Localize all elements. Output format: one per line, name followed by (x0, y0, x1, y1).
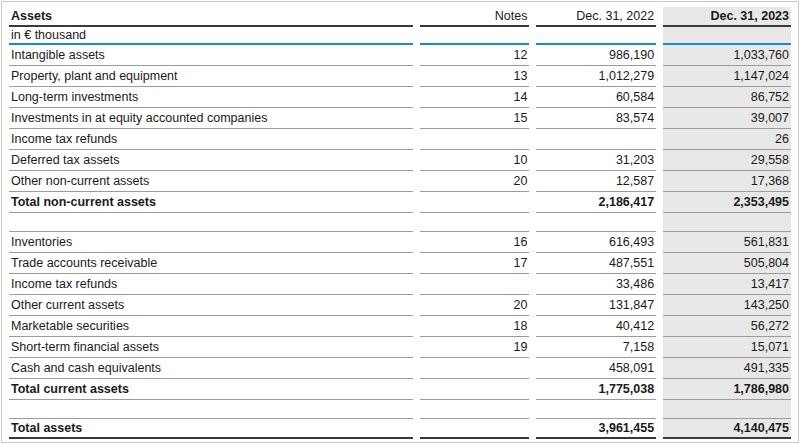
value-2022-cell: 131,847 (536, 295, 656, 316)
note-cell: 12 (420, 45, 530, 66)
spacer-row (9, 400, 791, 419)
table-row: Short-term financial assets197,15815,071 (9, 337, 791, 358)
value-2022-cell (536, 129, 656, 150)
row-label (9, 213, 413, 232)
value-2022-cell (536, 400, 656, 419)
note-cell (420, 192, 530, 213)
table-row: Total non-current assets2,186,4172,353,4… (9, 192, 791, 213)
row-label: Trade accounts receivable (9, 253, 413, 274)
note-cell (420, 129, 530, 150)
table-row: Cash and cash equivalents458,091491,335 (9, 358, 791, 379)
row-label: Income tax refunds (9, 129, 413, 150)
value-2022-cell: 83,574 (536, 108, 656, 129)
value-2023-cell: 26 (663, 129, 791, 150)
note-cell: 10 (420, 150, 530, 171)
value-2023-cell: 4,140,475 (663, 419, 791, 439)
value-2022-cell: 31,203 (536, 150, 656, 171)
column-header-dec-31-2022: Dec. 31, 2022 (536, 7, 656, 27)
row-label: Other current assets (9, 295, 413, 316)
value-2023-cell: 56,272 (663, 316, 791, 337)
value-2023-cell: 13,417 (663, 274, 791, 295)
row-label: Other non-current assets (9, 171, 413, 192)
note-cell: 16 (420, 232, 530, 253)
note-cell (420, 274, 530, 295)
row-label: Total non-current assets (9, 192, 413, 213)
row-label: Income tax refunds (9, 274, 413, 295)
value-2023-cell: 1,147,024 (663, 66, 791, 87)
unit-row-notes-cell (420, 27, 530, 45)
value-2023-cell: 561,831 (663, 232, 791, 253)
column-header-assets: Assets (9, 7, 413, 27)
note-cell: 13 (420, 66, 530, 87)
value-2022-cell: 2,186,417 (536, 192, 656, 213)
value-2023-cell: 15,071 (663, 337, 791, 358)
unit-row: in € thousand (9, 27, 791, 45)
value-2023-cell: 1,786,980 (663, 379, 791, 400)
note-cell: 17 (420, 253, 530, 274)
row-label: Total current assets (9, 379, 413, 400)
unit-row-2023-cell (663, 27, 791, 45)
table-row: Other non-current assets2012,58717,368 (9, 171, 791, 192)
row-label: Property, plant and equipment (9, 66, 413, 87)
spacer-row (9, 213, 791, 232)
unit-label: in € thousand (9, 27, 413, 45)
financial-statement-frame: Assets Notes Dec. 31, 2022 Dec. 31, 2023… (1, 1, 799, 443)
value-2022-cell: 986,190 (536, 45, 656, 66)
table-row: Inventories16616,493561,831 (9, 232, 791, 253)
row-label: Intangible assets (9, 45, 413, 66)
note-cell: 20 (420, 171, 530, 192)
note-cell: 19 (420, 337, 530, 358)
value-2023-cell: 2,353,495 (663, 192, 791, 213)
note-cell (420, 400, 530, 419)
table-row: Intangible assets12986,1901,033,760 (9, 45, 791, 66)
unit-row-2022-cell (536, 27, 656, 45)
row-label (9, 400, 413, 419)
value-2022-cell: 40,412 (536, 316, 656, 337)
table-row: Trade accounts receivable17487,551505,80… (9, 253, 791, 274)
value-2022-cell: 3,961,455 (536, 419, 656, 439)
row-label: Long-term investments (9, 87, 413, 108)
table-row: Income tax refunds33,48613,417 (9, 274, 791, 295)
note-cell (420, 213, 530, 232)
value-2023-cell: 1,033,760 (663, 45, 791, 66)
value-2022-cell (536, 213, 656, 232)
value-2023-cell: 86,752 (663, 87, 791, 108)
table-row: Marketable securities1840,41256,272 (9, 316, 791, 337)
row-label: Total assets (9, 419, 413, 439)
assets-balance-table: Assets Notes Dec. 31, 2022 Dec. 31, 2023… (2, 7, 798, 439)
value-2022-cell: 12,587 (536, 171, 656, 192)
value-2022-cell: 487,551 (536, 253, 656, 274)
note-cell: 15 (420, 108, 530, 129)
note-cell: 14 (420, 87, 530, 108)
row-label: Deferred tax assets (9, 150, 413, 171)
note-cell (420, 379, 530, 400)
column-header-notes: Notes (420, 7, 530, 27)
value-2022-cell: 616,493 (536, 232, 656, 253)
row-label: Cash and cash equivalents (9, 358, 413, 379)
note-cell: 20 (420, 295, 530, 316)
row-label: Short-term financial assets (9, 337, 413, 358)
value-2023-cell: 39,007 (663, 108, 791, 129)
value-2023-cell: 29,558 (663, 150, 791, 171)
table-row: Property, plant and equipment131,012,279… (9, 66, 791, 87)
table-body: Intangible assets12986,1901,033,760Prope… (9, 45, 791, 439)
table-row: Total current assets1,775,0381,786,980 (9, 379, 791, 400)
note-cell: 18 (420, 316, 530, 337)
table-row: Investments in at equity accounted compa… (9, 108, 791, 129)
row-label: Inventories (9, 232, 413, 253)
table-row: Total assets3,961,4554,140,475 (9, 419, 791, 439)
column-header-dec-31-2023: Dec. 31, 2023 (663, 7, 791, 27)
table-row: Income tax refunds26 (9, 129, 791, 150)
value-2022-cell: 458,091 (536, 358, 656, 379)
table-row: Deferred tax assets1031,20329,558 (9, 150, 791, 171)
value-2023-cell: 505,804 (663, 253, 791, 274)
row-label: Marketable securities (9, 316, 413, 337)
table-row: Other current assets20131,847143,250 (9, 295, 791, 316)
table-row: Long-term investments1460,58486,752 (9, 87, 791, 108)
value-2023-cell: 143,250 (663, 295, 791, 316)
value-2023-cell: 17,368 (663, 171, 791, 192)
note-cell (420, 358, 530, 379)
table-header-row: Assets Notes Dec. 31, 2022 Dec. 31, 2023 (9, 7, 791, 27)
value-2022-cell: 7,158 (536, 337, 656, 358)
value-2022-cell: 1,012,279 (536, 66, 656, 87)
